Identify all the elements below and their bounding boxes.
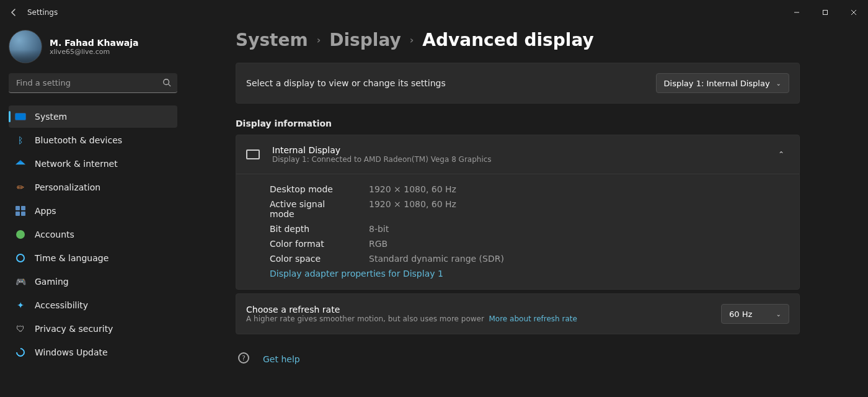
page-title: Advanced display [422, 30, 593, 50]
get-help-link[interactable]: Get help [263, 352, 300, 364]
sidebar-item-personalization[interactable]: ✎ Personalization [9, 176, 177, 198]
sidebar-item-update[interactable]: Windows Update [9, 341, 177, 364]
sidebar-item-label: Personalization [35, 182, 100, 192]
display-selector-dropdown[interactable]: Display 1: Internal Display ⌄ [656, 73, 789, 93]
info-row-desktop-mode: Desktop mode 1920 × 1080, 60 Hz [270, 182, 789, 197]
display-info-header[interactable]: Internal Display Display 1: Connected to… [236, 135, 799, 174]
chevron-down-icon: ⌄ [776, 311, 781, 318]
accessibility-icon: ✦ [15, 300, 26, 311]
back-button[interactable] [9, 7, 19, 17]
sidebar-item-label: Privacy & security [35, 324, 113, 334]
sidebar-item-privacy[interactable]: 🛡 Privacy & security [9, 318, 177, 340]
profile-email: xlive65@live.com [50, 48, 139, 56]
sidebar-item-label: Gaming [35, 277, 69, 287]
brush-icon: ✎ [12, 179, 28, 195]
sidebar-item-label: Apps [35, 206, 56, 216]
sidebar-item-label: Time & language [35, 253, 108, 263]
svg-point-4 [164, 79, 169, 85]
help-icon [238, 352, 249, 364]
display-info-sub: Display 1: Connected to AMD Radeon(TM) V… [272, 155, 492, 164]
refresh-rate-sub: A higher rate gives smoother motion, but… [246, 314, 577, 323]
search-input[interactable] [9, 73, 177, 93]
chevron-right-icon: › [410, 34, 414, 46]
refresh-rate-value: 60 Hz [729, 310, 752, 319]
sidebar-item-bluetooth[interactable]: ᛒ Bluetooth & devices [9, 129, 177, 151]
sidebar-item-accounts[interactable]: Accounts [9, 223, 177, 246]
minimize-button[interactable] [782, 0, 811, 25]
display-info-title: Internal Display [272, 145, 492, 155]
display-selector-label: Select a display to view or change its s… [246, 78, 446, 88]
shield-icon: 🛡 [15, 323, 26, 334]
window-title: Settings [27, 8, 58, 17]
section-title-display-info: Display information [236, 118, 800, 128]
display-info-card: Internal Display Display 1: Connected to… [236, 135, 800, 290]
sidebar-item-system[interactable]: System [9, 105, 177, 128]
sidebar: M. Fahad Khawaja xlive65@live.com System… [0, 25, 186, 397]
sidebar-item-label: Windows Update [35, 347, 108, 357]
display-selector-value: Display 1: Internal Display [664, 79, 770, 88]
info-row-color-format: Color format RGB [270, 236, 789, 251]
gamepad-icon: 🎮 [15, 276, 26, 287]
monitor-icon [246, 149, 260, 159]
sidebar-item-time[interactable]: Time & language [9, 247, 177, 269]
main-content: System › Display › Advanced display Sele… [186, 25, 868, 397]
chevron-right-icon: › [317, 34, 321, 46]
more-refresh-rate-link[interactable]: More about refresh rate [489, 314, 577, 323]
profile-block[interactable]: M. Fahad Khawaja xlive65@live.com [9, 30, 177, 73]
titlebar: Settings [0, 0, 868, 25]
wifi-icon [15, 158, 26, 169]
nav: System ᛒ Bluetooth & devices Network & i… [9, 105, 177, 364]
sidebar-item-network[interactable]: Network & internet [9, 153, 177, 175]
window-controls [782, 0, 868, 25]
chevron-up-icon: ⌃ [778, 150, 789, 159]
info-row-bit-depth: Bit depth 8-bit [270, 221, 789, 236]
avatar [9, 30, 42, 63]
close-button[interactable] [839, 0, 868, 25]
breadcrumb: System › Display › Advanced display [236, 30, 800, 50]
refresh-rate-title: Choose a refresh rate [246, 305, 577, 314]
bluetooth-icon: ᛒ [15, 135, 26, 146]
svg-rect-1 [823, 11, 828, 15]
display-selector-card: Select a display to view or change its s… [236, 63, 800, 104]
apps-icon [15, 205, 26, 216]
sidebar-item-label: Bluetooth & devices [35, 135, 122, 145]
sidebar-item-label: Accessibility [35, 300, 88, 310]
refresh-rate-card: Choose a refresh rate A higher rate give… [236, 293, 800, 334]
info-row-active-signal: Active signal mode 1920 × 1080, 60 Hz [270, 197, 789, 221]
sidebar-item-accessibility[interactable]: ✦ Accessibility [9, 294, 177, 316]
breadcrumb-system[interactable]: System [236, 30, 308, 50]
sidebar-item-gaming[interactable]: 🎮 Gaming [9, 270, 177, 293]
maximize-button[interactable] [811, 0, 839, 25]
chevron-down-icon: ⌄ [776, 80, 781, 87]
person-icon [15, 229, 26, 240]
sidebar-item-apps[interactable]: Apps [9, 200, 177, 222]
info-row-color-space: Color space Standard dynamic range (SDR) [270, 251, 789, 266]
update-icon [15, 347, 26, 358]
sidebar-item-label: Accounts [35, 230, 74, 239]
sidebar-item-label: System [35, 112, 67, 122]
breadcrumb-display[interactable]: Display [329, 30, 401, 50]
display-info-body: Desktop mode 1920 × 1080, 60 Hz Active s… [236, 174, 799, 289]
get-help-row: Get help [236, 334, 800, 364]
display-icon [15, 111, 26, 122]
refresh-rate-dropdown[interactable]: 60 Hz ⌄ [721, 304, 789, 324]
clock-icon [15, 252, 26, 264]
sidebar-item-label: Network & internet [35, 159, 118, 169]
svg-line-5 [169, 84, 171, 87]
search-icon [162, 78, 171, 87]
profile-name: M. Fahad Khawaja [50, 38, 139, 48]
adapter-properties-link[interactable]: Display adapter properties for Display 1 [270, 266, 443, 279]
